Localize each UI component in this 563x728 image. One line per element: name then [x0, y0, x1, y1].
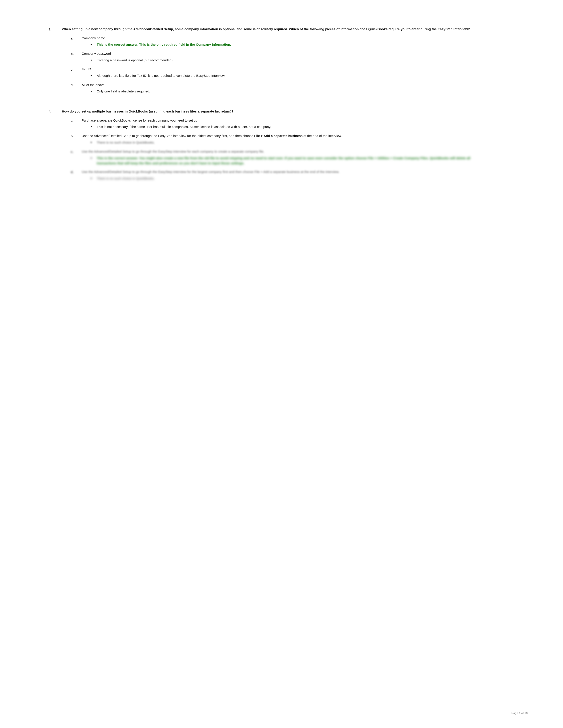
bullet-2-3-1: •This is the correct answer. You might a… [82, 156, 490, 166]
question-2-header: 4.How do you set up multiple businesses … [49, 109, 490, 114]
bullet-list-2-1: •This is not necessary if the same user … [82, 124, 271, 130]
bullet-text-1-4-1: Only one field is absolutely required. [97, 89, 150, 94]
answer-content-2-2: Use the Advanced/Detailed Setup to go th… [82, 133, 342, 147]
answer-label-2-4: d. [71, 169, 82, 175]
answer-1-1: a.Company name•This is the correct answe… [71, 36, 490, 49]
answer-content-1-1: Company name•This is the correct answer.… [82, 36, 231, 49]
answer-2-4: d.Use the Advanced/Detailed Setup to go … [71, 169, 490, 183]
bullet-list-1-2: •Entering a password is optional (but re… [82, 58, 173, 63]
bullet-dot-icon: • [90, 89, 97, 94]
question-1-answers: a.Company name•This is the correct answe… [71, 36, 490, 96]
bullet-dot-icon: • [90, 124, 97, 130]
question-1-number: 3. [49, 26, 62, 32]
question-2-number: 4. [49, 109, 62, 114]
bullet-list-2-2: •There is no such choice in QuickBooks. [82, 140, 342, 145]
question-1-text: When setting up a new company through th… [62, 26, 470, 32]
bullet-1-1-1: •This is the correct answer. This is the… [82, 42, 231, 47]
answer-label-1-1: a. [71, 36, 82, 41]
answer-1-3: c.Tax ID•Although there is a field for T… [71, 67, 490, 80]
bullet-dot-icon: • [90, 140, 97, 145]
bullet-dot-icon: • [90, 58, 97, 63]
answer-text-1-3: Tax ID [82, 67, 91, 71]
answer-text-1-2: Company password [82, 52, 111, 55]
bullet-text-2-3-1: This is the correct answer. You might al… [97, 156, 490, 166]
bullet-list-2-3: •This is the correct answer. You might a… [82, 156, 490, 166]
answer-label-1-3: c. [71, 67, 82, 72]
bullet-2-4-1: •There is no such choice in QuickBooks. [82, 176, 339, 181]
bullet-1-2-1: •Entering a password is optional (but re… [82, 58, 173, 63]
question-1-header: 3.When setting up a new company through … [49, 26, 490, 32]
answer-text-1-1: Company name [82, 36, 105, 40]
question-2-answers: a.Purchase a separate QuickBooks license… [71, 118, 490, 183]
answer-content-2-1: Purchase a separate QuickBooks license f… [82, 118, 271, 131]
bullet-1-4-1: •Only one field is absolutely required. [82, 89, 150, 94]
bullet-text-2-2-1: There is no such choice in QuickBooks. [97, 140, 155, 145]
bullet-dot-icon: • [90, 176, 97, 181]
answer-label-2-2: b. [71, 133, 82, 139]
bullet-2-2-1: •There is no such choice in QuickBooks. [82, 140, 342, 145]
bullet-list-2-4: •There is no such choice in QuickBooks. [82, 176, 339, 181]
bullet-text-1-3-1: Although there is a field for Tax ID, it… [97, 73, 225, 78]
answer-content-1-2: Company password•Entering a password is … [82, 51, 173, 64]
bullet-list-1-1: •This is the correct answer. This is the… [82, 42, 231, 47]
answer-content-2-4: Use the Advanced/Detailed Setup to go th… [82, 169, 339, 183]
bullet-list-1-3: •Although there is a field for Tax ID, i… [82, 73, 225, 79]
answer-content-1-3: Tax ID•Although there is a field for Tax… [82, 67, 225, 80]
answer-2-2: b.Use the Advanced/Detailed Setup to go … [71, 133, 490, 147]
bullet-dot-icon: • [90, 42, 97, 47]
bullet-dot-icon: • [90, 156, 97, 161]
bullet-text-2-1-1: This is not necessary if the same user h… [97, 124, 271, 129]
bullet-text-2-4-1: There is no such choice in QuickBooks. [97, 176, 155, 181]
page-number: Page 1 of 10 [511, 711, 528, 715]
answer-content-1-4: All of the above•Only one field is absol… [82, 82, 150, 96]
bullet-1-3-1: •Although there is a field for Tax ID, i… [82, 73, 225, 79]
bullet-dot-icon: • [90, 73, 97, 79]
answer-text-2-4: Use the Advanced/Detailed Setup to go th… [82, 170, 339, 174]
answer-1-2: b.Company password•Entering a password i… [71, 51, 490, 64]
bullet-text-1-2-1: Entering a password is optional (but rec… [97, 58, 173, 63]
answer-text-1-4: All of the above [82, 83, 104, 87]
question-2-text: How do you set up multiple businesses in… [62, 109, 233, 114]
bullet-text-1-1-1: This is the correct answer. This is the … [97, 42, 231, 47]
answer-label-1-2: b. [71, 51, 82, 56]
answer-1-4: d.All of the above•Only one field is abs… [71, 82, 490, 96]
answer-label-2-3: c. [71, 149, 82, 154]
answer-content-2-3: Use the Advanced/Detailed Setup to go th… [82, 149, 490, 167]
answer-text-2-2: Use the Advanced/Detailed Setup to go th… [82, 134, 342, 138]
question-1: 3.When setting up a new company through … [49, 26, 490, 96]
bullet-list-1-4: •Only one field is absolutely required. [82, 89, 150, 94]
answer-text-2-1: Purchase a separate QuickBooks license f… [82, 118, 198, 122]
answer-2-3: c.Use the Advanced/Detailed Setup to go … [71, 149, 490, 167]
bullet-2-1-1: •This is not necessary if the same user … [82, 124, 271, 130]
question-2: 4.How do you set up multiple businesses … [49, 109, 490, 183]
answer-text-2-3: Use the Advanced/Detailed Setup to go th… [82, 150, 264, 153]
answer-2-1: a.Purchase a separate QuickBooks license… [71, 118, 490, 131]
document-content: 3.When setting up a new company through … [49, 26, 490, 183]
answer-label-2-1: a. [71, 118, 82, 123]
answer-label-1-4: d. [71, 82, 82, 88]
